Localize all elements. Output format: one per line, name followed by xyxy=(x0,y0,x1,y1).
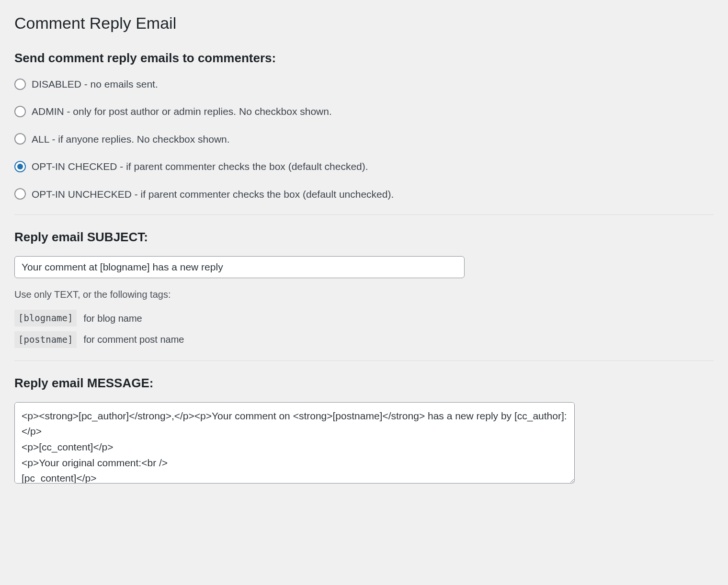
subject-input[interactable] xyxy=(14,256,465,278)
subject-hint: Use only TEXT, or the following tags: xyxy=(14,288,714,301)
radio-icon xyxy=(14,106,26,117)
send-mode-section: Send comment reply emails to commenters:… xyxy=(14,49,714,201)
tag-chip: [blogname] xyxy=(14,310,77,326)
subject-tag-list: [blogname] for blog name [postname] for … xyxy=(14,310,714,348)
message-section: Reply email MESSAGE: xyxy=(14,374,714,487)
tag-chip: [postname] xyxy=(14,331,77,348)
radio-icon xyxy=(14,188,26,200)
radio-label: DISABLED - no emails sent. xyxy=(32,77,158,91)
tag-desc: for comment post name xyxy=(83,333,184,346)
send-mode-heading: Send comment reply emails to commenters: xyxy=(14,49,714,67)
radio-option-optin-unchecked[interactable]: OPT-IN UNCHECKED - if parent commenter c… xyxy=(14,187,714,201)
send-mode-radio-group: DISABLED - no emails sent. ADMIN - only … xyxy=(14,77,714,201)
message-heading: Reply email MESSAGE: xyxy=(14,374,714,392)
message-textarea[interactable] xyxy=(14,402,575,484)
radio-option-disabled[interactable]: DISABLED - no emails sent. xyxy=(14,77,714,91)
radio-label: ADMIN - only for post author or admin re… xyxy=(32,104,332,118)
subject-section: Reply email SUBJECT: Use only TEXT, or t… xyxy=(14,228,714,348)
radio-label: ALL - if anyone replies. No checkbox sho… xyxy=(32,132,230,146)
radio-option-all[interactable]: ALL - if anyone replies. No checkbox sho… xyxy=(14,132,714,146)
radio-option-optin-checked[interactable]: OPT-IN CHECKED - if parent commenter che… xyxy=(14,159,714,173)
divider xyxy=(14,360,714,361)
radio-icon xyxy=(14,133,26,145)
page-title: Comment Reply Email xyxy=(14,12,714,35)
radio-label: OPT-IN CHECKED - if parent commenter che… xyxy=(32,159,368,173)
tag-row-postname: [postname] for comment post name xyxy=(14,331,714,348)
radio-label: OPT-IN UNCHECKED - if parent commenter c… xyxy=(32,187,394,201)
radio-icon xyxy=(14,161,26,172)
radio-icon xyxy=(14,79,26,90)
divider xyxy=(14,214,714,215)
subject-heading: Reply email SUBJECT: xyxy=(14,228,714,246)
tag-desc: for blog name xyxy=(83,312,142,325)
radio-option-admin[interactable]: ADMIN - only for post author or admin re… xyxy=(14,104,714,118)
tag-row-blogname: [blogname] for blog name xyxy=(14,310,714,326)
